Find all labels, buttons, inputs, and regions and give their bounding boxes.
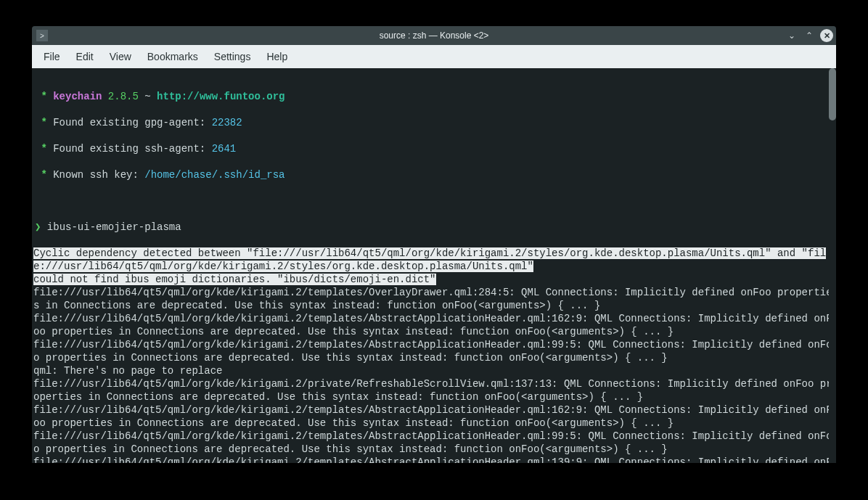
gpg-agent-line: * Found existing gpg-agent: 22382 — [33, 116, 835, 129]
terminal-viewport[interactable]: * keychain 2.8.5 ~ http://www.funtoo.org… — [32, 68, 836, 463]
keychain-label: keychain — [53, 91, 102, 102]
menu-file[interactable]: File — [36, 48, 67, 65]
close-icon: ✕ — [824, 31, 830, 41]
gpg-agent-pid: 22382 — [212, 117, 242, 128]
app-icon: > — [36, 30, 48, 41]
terminal-selection[interactable]: Cyclic dependency detected between "file… — [33, 247, 826, 285]
titlebar[interactable]: > source : zsh — Konsole <2> ⌄ ⌃ ✕ — [32, 26, 836, 45]
menu-help[interactable]: Help — [259, 48, 295, 65]
maximize-button[interactable]: ⌃ — [803, 29, 816, 42]
bullet-star: * — [41, 117, 46, 128]
bullet-star: * — [41, 143, 46, 155]
known-key-line: * Known ssh key: /home/chase/.ssh/id_rsa — [33, 168, 835, 181]
chevron-up-icon: ⌃ — [806, 30, 813, 41]
menubar: File Edit View Bookmarks Settings Help — [32, 45, 836, 68]
menu-bookmarks[interactable]: Bookmarks — [140, 48, 205, 65]
menu-settings[interactable]: Settings — [207, 48, 258, 65]
keychain-version: 2.8.5 — [108, 91, 139, 102]
scrollbar-thumb[interactable] — [829, 68, 836, 120]
close-button[interactable]: ✕ — [820, 29, 833, 42]
keychain-banner-line: * keychain 2.8.5 ~ http://www.funtoo.org — [33, 90, 835, 103]
prompt-line: ❯ ibus-ui-emojier-plasma — [33, 221, 835, 234]
known-key-path: /home/chase/.ssh/id_rsa — [144, 169, 284, 181]
ssh-agent-pid: 2641 — [212, 143, 237, 155]
keychain-url: http://www.funtoo.org — [157, 91, 284, 102]
menu-edit[interactable]: Edit — [69, 48, 101, 65]
bullet-star: * — [41, 169, 46, 181]
prompt-glyph: ❯ — [35, 221, 41, 233]
window-title: source : zsh — Konsole <2> — [380, 30, 489, 41]
terminal-content[interactable]: * keychain 2.8.5 ~ http://www.funtoo.org… — [32, 77, 836, 463]
gpg-agent-text: Found existing gpg-agent: — [53, 117, 211, 128]
tilde: ~ — [144, 91, 150, 102]
konsole-window: > source : zsh — Konsole <2> ⌄ ⌃ ✕ File … — [32, 26, 836, 463]
command-text: ibus-ui-emojier-plasma — [47, 221, 181, 233]
chevron-down-icon: ⌄ — [788, 30, 795, 41]
menu-view[interactable]: View — [102, 48, 139, 65]
ssh-agent-line: * Found existing ssh-agent: 2641 — [33, 142, 835, 155]
window-controls: ⌄ ⌃ ✕ — [785, 29, 833, 42]
app-icon-glyph: > — [40, 32, 44, 40]
scrollbar-track[interactable] — [829, 68, 836, 463]
terminal-output: file:///usr/lib64/qt5/qml/org/kde/kiriga… — [33, 287, 832, 463]
ssh-agent-text: Found existing ssh-agent: — [53, 143, 211, 155]
minimize-button[interactable]: ⌄ — [785, 29, 798, 42]
blank-line — [33, 194, 835, 208]
known-key-text: Known ssh key: — [53, 169, 144, 181]
bullet-star: * — [41, 91, 46, 102]
